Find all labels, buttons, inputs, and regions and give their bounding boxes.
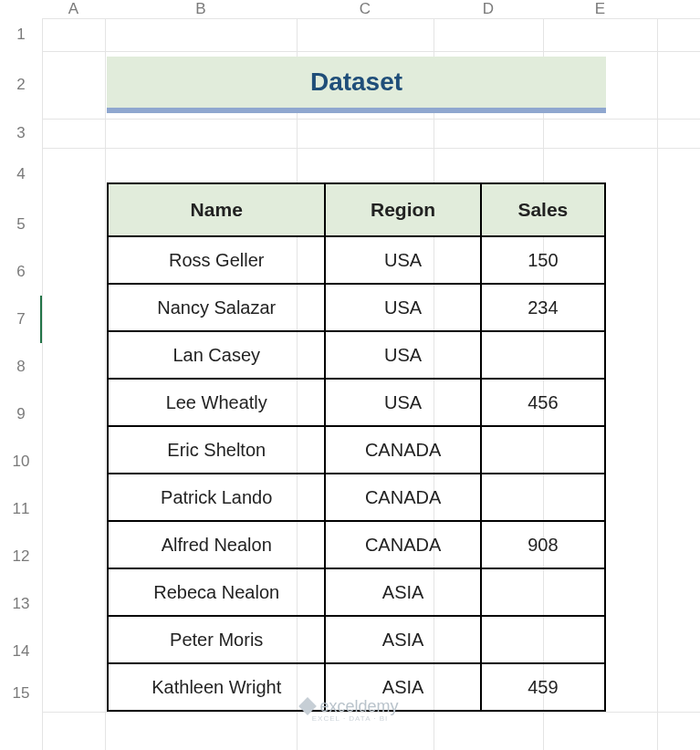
cell-name[interactable]: Lan Casey <box>108 331 325 379</box>
row-header-3[interactable]: 3 <box>0 119 42 148</box>
cell-region[interactable]: ASIA <box>325 616 480 663</box>
watermark-sub: EXCEL · DATA · BI <box>0 714 700 723</box>
row-header-2[interactable]: 2 <box>0 51 42 119</box>
cell-sales[interactable] <box>481 331 605 379</box>
column-header-C[interactable]: C <box>297 0 434 18</box>
header-sales[interactable]: Sales <box>481 183 605 236</box>
cell-name[interactable]: Eric Shelton <box>108 426 325 474</box>
row-header-8[interactable]: 8 <box>0 343 42 391</box>
cell-name[interactable]: Ross Geller <box>108 236 325 284</box>
header-region[interactable]: Region <box>325 183 480 236</box>
table-row: Lan CaseyUSA <box>108 331 605 379</box>
cell-name[interactable]: Peter Moris <box>108 616 325 663</box>
dataset-title: Dataset <box>107 57 606 113</box>
cell-name[interactable]: Nancy Salazar <box>108 284 325 331</box>
cell-region[interactable]: USA <box>325 236 480 284</box>
cell-sales[interactable]: 459 <box>481 663 605 711</box>
table-row: Alfred NealonCANADA908 <box>108 521 605 568</box>
row-header-1[interactable]: 1 <box>0 18 42 51</box>
cell-region[interactable]: USA <box>325 331 480 379</box>
table-row: Nancy SalazarUSA234 <box>108 284 605 331</box>
header-name[interactable]: Name <box>108 183 325 236</box>
cell-region[interactable]: CANADA <box>325 474 480 521</box>
cell-region[interactable]: ASIA <box>325 663 480 711</box>
row-header-10[interactable]: 10 <box>0 438 42 485</box>
cell-name[interactable]: Rebeca Nealon <box>108 568 325 616</box>
row-header-13[interactable]: 13 <box>0 580 42 628</box>
column-header-D[interactable]: D <box>434 0 543 18</box>
row-header-4[interactable]: 4 <box>0 148 42 201</box>
cell-name[interactable]: Kathleen Wright <box>108 663 325 711</box>
cell-region[interactable]: CANADA <box>325 521 480 568</box>
row-header-14[interactable]: 14 <box>0 628 42 675</box>
cell-name[interactable]: Lee Wheatly <box>108 379 325 426</box>
cell-name[interactable]: Patrick Lando <box>108 474 325 521</box>
table-header-row: Name Region Sales <box>108 183 605 236</box>
cell-sales[interactable]: 150 <box>481 236 605 284</box>
data-table: Name Region Sales Ross GellerUSA150 Nanc… <box>107 182 606 712</box>
column-header-B[interactable]: B <box>105 0 297 18</box>
table-row: Patrick LandoCANADA <box>108 474 605 521</box>
cell-sales[interactable] <box>481 616 605 663</box>
row-header-6[interactable]: 6 <box>0 248 42 296</box>
select-all-corner[interactable] <box>0 0 42 18</box>
cell-sales[interactable] <box>481 426 605 474</box>
table-row: Rebeca NealonASIA <box>108 568 605 616</box>
cell-region[interactable]: USA <box>325 379 480 426</box>
table-row: Eric SheltonCANADA <box>108 426 605 474</box>
cell-sales[interactable] <box>481 568 605 616</box>
cell-name[interactable]: Alfred Nealon <box>108 521 325 568</box>
row-header-11[interactable]: 11 <box>0 485 42 533</box>
column-header-A[interactable]: A <box>42 0 105 18</box>
table-row: Ross GellerUSA150 <box>108 236 605 284</box>
cell-region[interactable]: USA <box>325 284 480 331</box>
row-header-12[interactable]: 12 <box>0 533 42 580</box>
cell-region[interactable]: CANADA <box>325 426 480 474</box>
row-header-9[interactable]: 9 <box>0 391 42 438</box>
table-row: Peter MorisASIA <box>108 616 605 663</box>
cell-sales[interactable]: 456 <box>481 379 605 426</box>
row-header-15[interactable]: 15 <box>0 675 42 712</box>
row-header-5[interactable]: 5 <box>0 201 42 248</box>
cell-region[interactable]: ASIA <box>325 568 480 616</box>
cell-sales[interactable]: 908 <box>481 521 605 568</box>
row-header-7[interactable]: 7 <box>0 296 42 343</box>
cell-sales[interactable] <box>481 474 605 521</box>
cell-sales[interactable]: 234 <box>481 284 605 331</box>
column-header-E[interactable]: E <box>543 0 657 18</box>
table-row: Kathleen WrightASIA459 <box>108 663 605 711</box>
table-row: Lee WheatlyUSA456 <box>108 379 605 426</box>
